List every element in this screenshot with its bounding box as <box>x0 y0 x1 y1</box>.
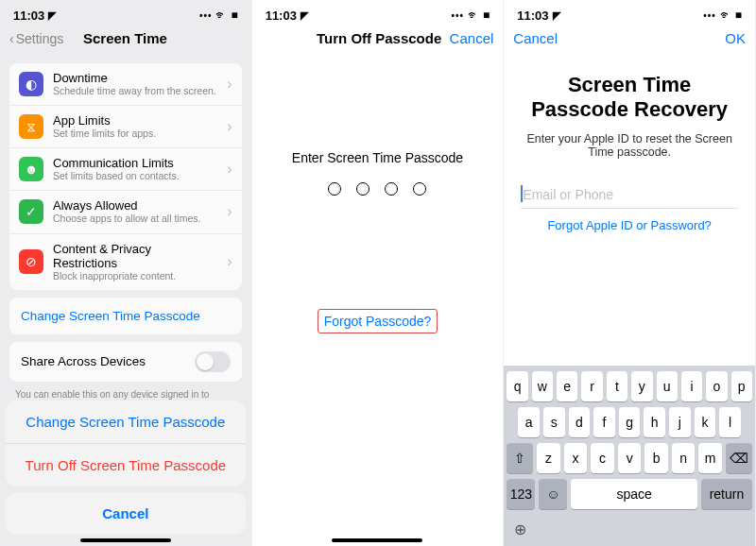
row-downtime[interactable]: ◐ Downtime Schedule time away from the s… <box>9 63 242 106</box>
status-time: 11:03 <box>13 9 44 23</box>
row-subtitle: Set limits based on contacts. <box>53 170 217 182</box>
row-title: Communication Limits <box>53 156 217 170</box>
chevron-right-icon: › <box>227 253 232 270</box>
cell-signal-icon: ••• <box>703 10 716 21</box>
share-across-devices-row[interactable]: Share Across Devices <box>9 342 242 382</box>
key-b[interactable]: b <box>644 443 668 473</box>
key-u[interactable]: u <box>657 371 678 401</box>
key-e[interactable]: e <box>557 371 577 401</box>
text-caret <box>521 185 523 202</box>
key-l[interactable]: l <box>719 407 741 437</box>
status-time: 11:03 <box>266 9 297 23</box>
cell-signal-icon: ••• <box>452 10 465 21</box>
change-passcode-link[interactable]: Change Screen Time Passcode <box>9 298 242 334</box>
key-return[interactable]: return <box>701 479 752 509</box>
key-s[interactable]: s <box>543 407 565 437</box>
settings-group: ◐ Downtime Schedule time away from the s… <box>9 63 242 290</box>
key-w[interactable]: w <box>532 371 553 401</box>
placeholder-text: Email or Phone <box>523 187 613 202</box>
content-priv-icon: ⊘ <box>19 249 43 274</box>
ok-button[interactable]: OK <box>725 30 746 46</box>
row-subtitle: Choose apps to allow at all times. <box>53 213 217 225</box>
share-label: Share Across Devices <box>21 354 146 368</box>
navbar: Cancel OK <box>504 25 755 56</box>
passcode-dot <box>413 182 426 196</box>
screen-time-settings: 11:03◤ •••ᯤ■ ‹Settings Screen Time ◐ Dow… <box>0 0 252 546</box>
passcode-dot <box>356 182 369 196</box>
key-m[interactable]: m <box>698 443 722 473</box>
status-bar: 11:03◤ •••ᯤ■ <box>252 0 504 25</box>
row-subtitle: Schedule time away from the screen. <box>53 85 217 97</box>
home-indicator[interactable] <box>332 538 422 542</box>
passcode-dot <box>328 182 341 196</box>
cell-signal-icon: ••• <box>199 10 213 21</box>
key-n[interactable]: n <box>672 443 696 473</box>
key-z[interactable]: z <box>537 443 560 473</box>
navbar: Turn Off Passcode Cancel <box>252 25 504 56</box>
row-content-priv[interactable]: ⊘ Content & Privacy Restrictions Block i… <box>9 234 242 290</box>
cancel-button[interactable]: Cancel <box>513 30 558 46</box>
key-j[interactable]: j <box>669 407 691 437</box>
chevron-right-icon: › <box>227 118 232 135</box>
action-sheet: Change Screen Time Passcode Turn Off Scr… <box>0 395 251 546</box>
sheet-cancel[interactable]: Cancel <box>6 492 246 535</box>
key-q[interactable]: q <box>507 371 527 401</box>
key-h[interactable]: h <box>644 407 665 437</box>
row-comm-limits[interactable]: ☻ Communication Limits Set limits based … <box>9 148 242 191</box>
key-o[interactable]: o <box>706 371 727 401</box>
key-r[interactable]: r <box>581 371 602 401</box>
battery-icon: ■ <box>231 9 237 22</box>
row-title: Always Allowed <box>53 198 217 213</box>
row-app-limits[interactable]: ⧖ App Limits Set time limits for apps. › <box>9 106 242 148</box>
comm-limits-icon: ☻ <box>19 157 43 181</box>
row-subtitle: Block inappropriate content. <box>53 270 217 282</box>
cancel-button[interactable]: Cancel <box>450 30 494 46</box>
apple-id-input[interactable]: Email or Phone <box>521 181 738 209</box>
chevron-left-icon: ‹ <box>9 31 14 46</box>
status-time: 11:03 <box>517 9 548 23</box>
row-title: Downtime <box>53 71 217 85</box>
app-limits-icon: ⧖ <box>19 114 43 139</box>
recovery-title: Screen TimePasscode Recovery <box>523 73 736 123</box>
location-icon: ◤ <box>301 9 308 22</box>
navbar: ‹Settings Screen Time <box>0 25 251 56</box>
key-v[interactable]: v <box>618 443 642 473</box>
recovery-subtitle: Enter your Apple ID to reset the Screen … <box>523 132 736 159</box>
keyboard: qwertyuiop asdfghjkl ⇧zxcvbnm⌫ 123 ☺ spa… <box>504 366 755 546</box>
key-f[interactable]: f <box>593 407 615 437</box>
chevron-right-icon: › <box>227 203 232 220</box>
key-emoji[interactable]: ☺ <box>539 479 567 509</box>
action-sheet-options: Change Screen Time Passcode Turn Off Scr… <box>6 401 246 486</box>
row-title: App Limits <box>53 113 217 128</box>
wifi-icon: ᯤ <box>215 9 227 22</box>
sheet-turn-off-passcode[interactable]: Turn Off Screen Time Passcode <box>6 444 246 486</box>
key-space[interactable]: space <box>571 479 697 509</box>
chevron-right-icon: › <box>227 161 232 178</box>
key-i[interactable]: i <box>681 371 702 401</box>
key-y[interactable]: y <box>631 371 652 401</box>
home-indicator[interactable] <box>80 538 171 542</box>
key-backspace[interactable]: ⌫ <box>726 443 752 473</box>
key-k[interactable]: k <box>695 407 716 437</box>
row-title: Content & Privacy Restrictions <box>53 242 217 270</box>
key-123[interactable]: 123 <box>507 479 535 509</box>
location-icon: ◤ <box>553 9 560 22</box>
key-a[interactable]: a <box>518 407 540 437</box>
key-shift[interactable]: ⇧ <box>507 443 533 473</box>
forgot-passcode-link[interactable]: Forgot Passcode? <box>318 309 438 333</box>
key-t[interactable]: t <box>607 371 627 401</box>
status-bar: 11:03◤ •••ᯤ■ <box>0 0 251 25</box>
back-button[interactable]: ‹Settings <box>9 31 63 46</box>
share-toggle[interactable] <box>195 351 231 372</box>
globe-icon[interactable]: ⊕ <box>507 515 752 538</box>
key-d[interactable]: d <box>569 407 591 437</box>
back-label: Settings <box>16 31 64 46</box>
key-g[interactable]: g <box>619 407 641 437</box>
key-c[interactable]: c <box>591 443 614 473</box>
key-p[interactable]: p <box>731 371 752 401</box>
forgot-apple-id-link[interactable]: Forgot Apple ID or Password? <box>504 218 755 232</box>
row-always-allowed[interactable]: ✓ Always Allowed Choose apps to allow at… <box>9 191 242 233</box>
location-icon: ◤ <box>48 9 56 22</box>
key-x[interactable]: x <box>564 443 588 473</box>
sheet-change-passcode[interactable]: Change Screen Time Passcode <box>6 401 246 444</box>
